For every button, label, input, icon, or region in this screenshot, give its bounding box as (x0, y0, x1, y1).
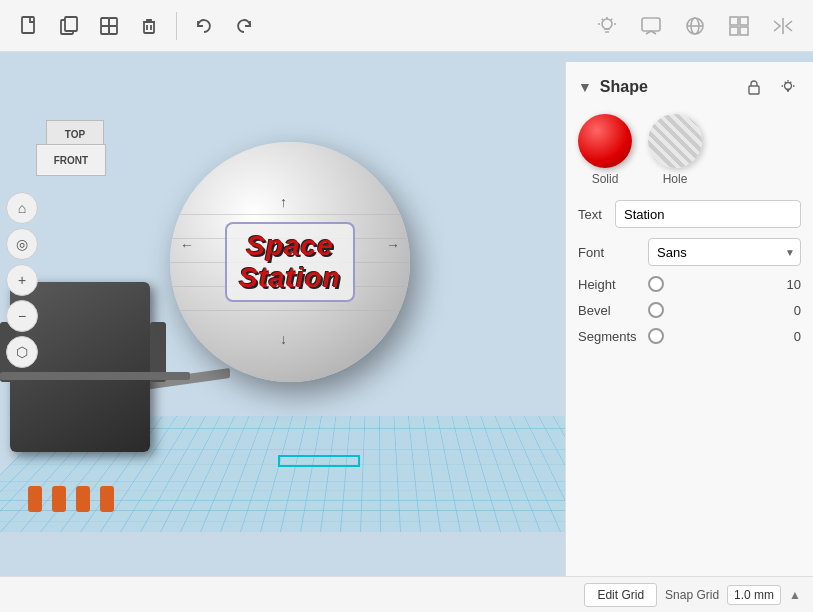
svg-line-30 (790, 82, 791, 83)
font-select[interactable]: Sans Serif Mono (648, 238, 801, 266)
bulb-button[interactable] (589, 8, 625, 44)
bevel-field-label: Bevel (578, 303, 648, 318)
arrow-left: ← (180, 237, 194, 253)
height-field-row: Height 10 (578, 276, 801, 292)
zoom-in-button[interactable]: + (6, 264, 38, 296)
segments-value: 0 (765, 329, 801, 344)
solid-label: Solid (592, 172, 619, 186)
hole-label: Hole (663, 172, 688, 186)
chat-button[interactable] (633, 8, 669, 44)
panel-light-button[interactable] (775, 74, 801, 100)
font-field-row: Font Sans Serif Mono ▼ (578, 238, 801, 266)
panel-title: Shape (600, 78, 733, 96)
svg-rect-4 (109, 26, 117, 34)
duplicate-button[interactable] (92, 9, 126, 43)
text-field-row: Text (578, 200, 801, 228)
world-button[interactable] (677, 8, 713, 44)
segments-field-row: Segments 0 (578, 328, 801, 344)
new-button[interactable] (12, 9, 46, 43)
delete-button[interactable] (132, 9, 166, 43)
svg-line-31 (785, 82, 786, 83)
svg-rect-25 (749, 86, 759, 94)
height-radio[interactable] (648, 276, 664, 292)
hole-circle (648, 114, 702, 168)
arrow-right: → (386, 237, 400, 253)
sphere-text-line2: Station (239, 262, 341, 294)
snap-grid-label: Snap Grid (665, 588, 719, 602)
right-panel: ▼ Shape Solid Ho (565, 62, 813, 612)
redo-button[interactable] (227, 9, 261, 43)
undo-button[interactable] (187, 9, 221, 43)
font-select-wrap: Sans Serif Mono ▼ (648, 238, 801, 266)
segments-field-label: Segments (578, 329, 648, 344)
svg-rect-5 (101, 26, 109, 34)
arrow-bottom: ↓ (280, 331, 287, 347)
panel-header: ▼ Shape (578, 74, 801, 100)
toolbar-separator (176, 12, 177, 40)
toolbar-right (589, 8, 801, 44)
svg-rect-23 (740, 27, 748, 35)
text-field-label: Text (578, 207, 615, 222)
snap-grid-value: 1.0 mm (727, 585, 781, 605)
orange-leg (52, 486, 66, 512)
svg-point-10 (602, 19, 612, 29)
bevel-value: 0 (765, 303, 801, 318)
toolbar (0, 0, 813, 52)
arrow-top: ↑ (280, 194, 287, 210)
segments-radio[interactable] (648, 328, 664, 344)
svg-rect-22 (730, 27, 738, 35)
hole-option[interactable]: Hole (648, 114, 702, 186)
bevel-radio[interactable] (648, 302, 664, 318)
orange-leg (100, 486, 114, 512)
export-button[interactable] (721, 8, 757, 44)
svg-rect-0 (22, 17, 34, 33)
svg-rect-2 (65, 17, 77, 31)
svg-rect-16 (642, 18, 660, 31)
selection-box (278, 455, 360, 467)
solid-option[interactable]: Solid (578, 114, 632, 186)
sphere-text: Space Station (225, 222, 355, 302)
svg-rect-21 (740, 17, 748, 25)
snap-grid-arrow[interactable]: ▲ (789, 588, 801, 602)
left-toolbar: ⌂ ◎ + − ⬡ (6, 192, 38, 368)
svg-line-14 (611, 18, 612, 19)
font-field-label: Font (578, 245, 648, 260)
nav-cube[interactable]: TOP FRONT (36, 120, 116, 200)
copy-button[interactable] (52, 9, 86, 43)
svg-line-15 (602, 18, 603, 19)
sphere-text-line1: Space (239, 230, 341, 262)
panel-collapse-icon[interactable]: ▼ (578, 79, 592, 95)
nav-cube-front[interactable]: FRONT (36, 144, 106, 176)
mirror-button[interactable] (765, 8, 801, 44)
height-value: 10 (765, 277, 801, 292)
zoom-out-button[interactable]: − (6, 300, 38, 332)
sphere-container[interactable]: Space Station ↑ ↓ ← → (170, 142, 410, 382)
bevel-field-row: Bevel 0 (578, 302, 801, 318)
orange-leg (28, 486, 42, 512)
perspective-button[interactable]: ⬡ (6, 336, 38, 368)
fit-view-button[interactable]: ◎ (6, 228, 38, 260)
text-input[interactable] (615, 200, 801, 228)
home-view-button[interactable]: ⌂ (6, 192, 38, 224)
panel-lock-button[interactable] (741, 74, 767, 100)
svg-rect-3 (101, 18, 109, 26)
svg-rect-7 (144, 22, 154, 33)
height-field-label: Height (578, 277, 648, 292)
shape-options: Solid Hole (578, 114, 801, 186)
svg-point-26 (785, 83, 792, 90)
svg-rect-20 (730, 17, 738, 25)
solid-circle (578, 114, 632, 168)
bottom-bar: Edit Grid Snap Grid 1.0 mm ▲ (0, 576, 813, 612)
orange-leg (76, 486, 90, 512)
edit-grid-button[interactable]: Edit Grid (584, 583, 657, 607)
svg-rect-6 (109, 18, 117, 26)
